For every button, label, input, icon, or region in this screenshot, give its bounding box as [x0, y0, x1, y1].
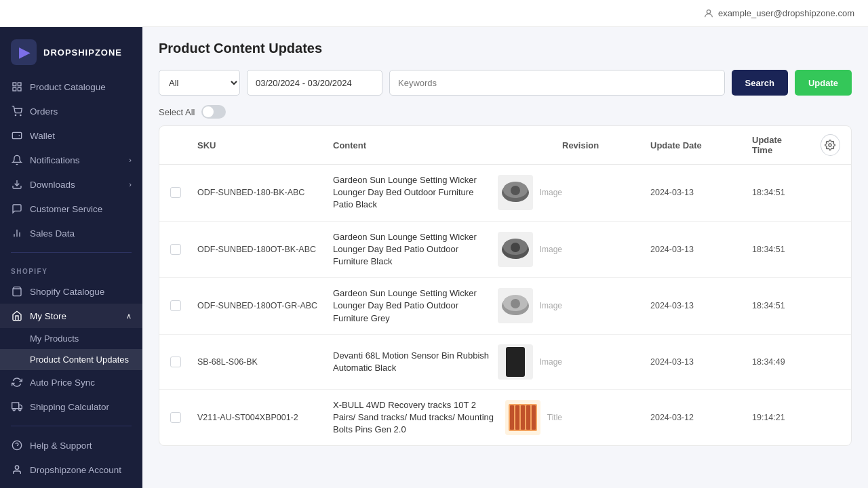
sidebar-item-notifications[interactable]: Notifications › [0, 148, 142, 172]
table-row: SB-68L-S06-BK Devanti 68L Motion Sensor … [159, 335, 851, 390]
sidebar-sub-my-products[interactable]: My Products [0, 328, 142, 349]
svg-rect-32 [510, 405, 514, 430]
row-2-content: Gardeon Sun Lounge Setting Wicker Lounge… [333, 231, 562, 268]
sidebar-item-customer-service[interactable]: Customer Service [0, 197, 142, 221]
download-icon [11, 178, 23, 190]
update-button[interactable]: Update [795, 70, 852, 96]
row-4-content: Devanti 68L Motion Sensor Bin Rubbish Au… [333, 344, 562, 380]
svg-point-0 [707, 9, 710, 13]
svg-marker-14 [19, 405, 22, 408]
sidebar-item-help-support[interactable]: Help & Support [0, 433, 142, 458]
user-email: example_user@dropshipzone.com [718, 8, 854, 18]
sidebar-item-product-catalogue-label: Product Catalogue [30, 82, 106, 92]
row-4-thumb [498, 344, 533, 380]
sidebar-item-help-support-label: Help & Support [30, 441, 92, 451]
chat-icon [11, 203, 23, 215]
row-5-content-text: X-BULL 4WD Recovery tracks 10T 2 Pairs/ … [333, 399, 498, 436]
chevron-right-icon-2: › [129, 180, 132, 188]
shopify-icon [11, 285, 23, 298]
sidebar-item-wallet[interactable]: Wallet [0, 123, 142, 148]
svg-rect-36 [532, 405, 536, 430]
settings-button[interactable] [821, 134, 840, 156]
row-2-checkbox[interactable] [170, 244, 181, 255]
row-3-date: 2024-03-13 [650, 301, 752, 310]
table-header: SKU Content Revision Update Date Update … [159, 126, 851, 165]
row-1-time: 18:34:51 [752, 188, 840, 197]
sidebar-sub-product-content-updates-label: Product Content Updates [30, 354, 129, 365]
row-5-thumb [505, 400, 540, 435]
row-2-content-text: Gardeon Sun Lounge Setting Wicker Lounge… [333, 231, 491, 268]
select-all-toggle[interactable] [201, 105, 226, 119]
sidebar-item-shopify-catalogue-label: Shopify Catalogue [30, 287, 104, 297]
sidebar-item-my-store[interactable]: My Store ∧ [0, 304, 142, 328]
brand-logo: ▶ DROPSHIPZONE [0, 27, 142, 75]
store-icon [11, 310, 23, 322]
row-4-checkbox[interactable] [170, 357, 181, 367]
col-update-time: Update Time [752, 135, 800, 155]
svg-point-27 [511, 243, 520, 252]
svg-point-24 [511, 186, 520, 195]
row-3-time: 18:34:51 [752, 301, 840, 310]
row-4-date: 2024-03-13 [650, 357, 752, 367]
sidebar-item-sales-data[interactable]: Sales Data [0, 221, 142, 245]
filter-dropdown[interactable]: All [159, 70, 240, 96]
sidebar-item-sales-data-label: Sales Data [30, 228, 75, 239]
svg-rect-1 [13, 83, 16, 86]
row-2-sku: ODF-SUNBED-180OT-BK-ABC [197, 245, 333, 254]
sidebar-item-orders[interactable]: Orders [0, 99, 142, 123]
date-range-input[interactable] [247, 70, 382, 96]
row-3-thumb [498, 288, 533, 323]
select-all-label: Select All [159, 107, 195, 117]
sidebar-item-shipping-calculator-label: Shipping Calculator [30, 402, 109, 412]
row-1-checkbox[interactable] [170, 187, 181, 198]
wallet-icon [11, 129, 23, 142]
row-5-title-label: Title [547, 413, 562, 422]
svg-rect-3 [13, 87, 16, 91]
svg-rect-2 [18, 83, 21, 86]
logo-arrow: ▶ [19, 44, 29, 60]
row-5-checkbox[interactable] [170, 412, 181, 423]
row-4-sku: SB-68L-S06-BK [197, 357, 333, 367]
ship-icon [11, 401, 23, 413]
row-3-sku: ODF-SUNBED-180OT-GR-ABC [197, 301, 333, 310]
page-title: Product Content Updates [159, 41, 852, 56]
table-row: ODF-SUNBED-180OT-BK-ABC Gardeon Sun Loun… [159, 222, 851, 279]
sidebar-item-product-catalogue[interactable]: Product Catalogue [0, 75, 142, 99]
sidebar-item-shopify-catalogue[interactable]: Shopify Catalogue [0, 279, 142, 304]
sidebar-item-logout[interactable]: Logout [0, 482, 142, 488]
sidebar-sub-product-content-updates[interactable]: Product Content Updates [0, 349, 142, 370]
row-2-time: 18:34:51 [752, 245, 840, 254]
help-icon [11, 439, 23, 451]
sidebar-item-wallet-label: Wallet [30, 131, 55, 141]
shopify-section-label: SHOPIFY [0, 260, 142, 279]
sidebar-sub-my-products-label: My Products [30, 333, 79, 344]
svg-point-5 [15, 115, 16, 115]
search-button[interactable]: Search [732, 70, 788, 96]
svg-rect-33 [515, 405, 519, 430]
row-5-date: 2024-03-12 [650, 413, 752, 422]
table-row: ODF-SUNBED-180OT-GR-ABC Gardeon Sun Loun… [159, 278, 851, 335]
row-2-thumb [498, 232, 533, 267]
row-1-image-label: Image [540, 188, 562, 197]
col-update-time-gear: Update Time [752, 134, 840, 156]
svg-rect-4 [18, 87, 21, 91]
row-1-content: Gardeon Sun Lounge Setting Wicker Lounge… [333, 174, 562, 211]
table-row: ODF-SUNBED-180-BK-ABC Gardeon Sun Lounge… [159, 165, 851, 222]
grid-icon [11, 81, 23, 93]
sidebar-item-auto-price-sync[interactable]: Auto Price Sync [0, 370, 142, 394]
row-1-date: 2024-03-13 [650, 188, 752, 197]
sidebar-item-dropshipzone-account[interactable]: Dropshipzone Account [0, 458, 142, 482]
chevron-up-icon: ∧ [126, 312, 132, 321]
col-content: Content [333, 140, 562, 150]
svg-point-15 [13, 409, 15, 411]
svg-point-6 [20, 115, 21, 115]
svg-rect-34 [521, 405, 525, 430]
keywords-input[interactable] [389, 70, 725, 96]
sidebar-item-shipping-calculator[interactable]: Shipping Calculator [0, 394, 142, 419]
sidebar-item-downloads[interactable]: Downloads › [0, 172, 142, 197]
row-2-date: 2024-03-13 [650, 245, 752, 254]
filter-bar: All Search Update [159, 70, 852, 96]
row-5-content: X-BULL 4WD Recovery tracks 10T 2 Pairs/ … [333, 399, 562, 436]
row-4-time: 18:34:49 [752, 357, 840, 367]
row-3-checkbox[interactable] [170, 300, 181, 311]
